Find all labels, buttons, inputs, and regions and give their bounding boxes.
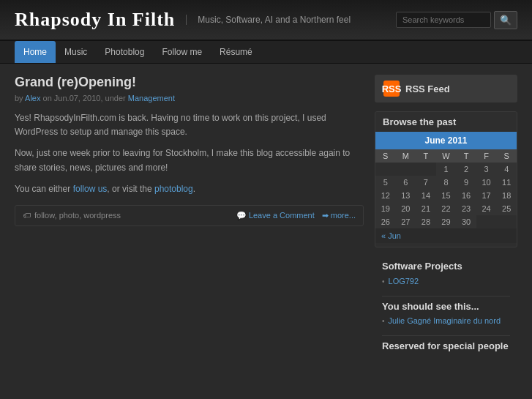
photoblog-link[interactable]: photoblog	[154, 184, 193, 194]
rss-widget[interactable]: RSS RSS Feed	[375, 75, 517, 102]
calendar-day[interactable]: 18	[496, 189, 517, 202]
post-paragraph-1: Yes! RhapsodyInFilth.com is back. Having…	[15, 111, 364, 139]
calendar-day[interactable]: 1	[436, 163, 457, 176]
software-projects-widget: Software Projects • LOG792	[375, 256, 517, 293]
calendar-day[interactable]: 11	[496, 176, 517, 189]
content-area: Grand (re)Opening! by Alex on Jun.07, 20…	[0, 64, 532, 371]
leave-comment-link[interactable]: 💬 Leave a Comment	[236, 211, 315, 220]
site-header: Rhapsody In Filth Music, Software, AI an…	[0, 0, 532, 41]
nav-item-photoblog[interactable]: Photoblog	[96, 41, 153, 63]
calendar-day[interactable]: 6	[396, 176, 416, 189]
calendar-nav: « Jun	[375, 228, 517, 243]
calendar-day[interactable]: 21	[416, 202, 436, 215]
calendar-day	[496, 215, 517, 228]
day-header-m: M	[396, 149, 416, 163]
rss-icon: RSS	[383, 81, 400, 97]
day-header-w: W	[436, 149, 457, 163]
calendar-day[interactable]: 3	[476, 163, 497, 176]
calendar-day[interactable]: 13	[396, 189, 416, 202]
arrow-icon: ➡	[322, 211, 329, 220]
calendar-day[interactable]: 10	[476, 176, 497, 189]
post-category-link[interactable]: Management	[128, 94, 175, 102]
calendar-day[interactable]: 25	[496, 202, 517, 215]
bullet-icon: •	[382, 277, 385, 286]
calendar-day[interactable]: 4	[496, 163, 517, 176]
see-this-title: You should see this...	[382, 296, 510, 315]
calendar-day	[416, 163, 436, 176]
software-title: Software Projects	[382, 261, 510, 272]
software-item-log792: • LOG792	[382, 275, 510, 287]
calendar-day[interactable]: 28	[416, 215, 436, 228]
calendar-day[interactable]: 22	[436, 202, 457, 215]
calendar-week: 19202122232425	[375, 202, 517, 215]
log792-link[interactable]: LOG792	[389, 277, 419, 286]
calendar-day[interactable]: 14	[416, 189, 436, 202]
calendar-day[interactable]: 17	[476, 189, 497, 202]
day-header-s2: S	[496, 149, 517, 163]
calendar-prev-link[interactable]: « Jun	[381, 231, 401, 240]
post-actions: 💬 Leave a Comment ➡ more...	[236, 211, 356, 220]
calendar-day[interactable]: 20	[396, 202, 416, 215]
see-item-julie: • Julie Gagné Imaginaire du nord	[382, 315, 510, 327]
calendar-day[interactable]: 15	[436, 189, 457, 202]
see-this-widget: You should see this... • Julie Gagné Ima…	[375, 296, 517, 332]
comment-icon: 💬	[236, 211, 247, 220]
post-tags-text: follow, photo, wordpress	[34, 211, 121, 220]
calendar-week: 1234	[375, 163, 517, 176]
calendar-day[interactable]: 7	[416, 176, 436, 189]
nav-item-resume[interactable]: Résumé	[211, 41, 261, 63]
site-title[interactable]: Rhapsody In Filth	[15, 9, 175, 31]
post-title: Grand (re)Opening!	[15, 75, 364, 90]
nav-item-music[interactable]: Music	[56, 41, 96, 63]
day-header-s1: S	[375, 149, 396, 163]
day-header-t2: T	[456, 149, 476, 163]
nav-item-followme[interactable]: Follow me	[153, 41, 211, 63]
calendar-day[interactable]: 2	[456, 163, 476, 176]
search-input[interactable]	[396, 12, 491, 28]
calendar-widget: Browse the past June 2011 S M T W T F S	[375, 111, 517, 247]
calendar-days-header: S M T W T F S	[375, 149, 517, 163]
search-button[interactable]: 🔍	[494, 11, 517, 29]
calendar-day[interactable]: 16	[456, 189, 476, 202]
site-tagline: Music, Software, AI and a Northern feel	[186, 15, 351, 25]
calendar-day[interactable]: 12	[375, 189, 396, 202]
reserved-widget: Reserved for special people	[375, 335, 517, 360]
calendar-grid: S M T W T F S 12345678910111213141516171…	[375, 149, 517, 228]
navigation-bar: Home Music Photoblog Follow me Résumé	[0, 41, 532, 64]
post-author-link[interactable]: Alex	[25, 94, 40, 102]
sidebar: RSS RSS Feed Browse the past June 2011 S…	[375, 75, 517, 360]
post-paragraph-2: Now, just one week prior to leaving for …	[15, 146, 364, 174]
calendar-day[interactable]: 26	[375, 215, 396, 228]
calendar-container: June 2011 S M T W T F S	[375, 132, 517, 247]
calendar-week: 2627282930	[375, 215, 517, 228]
calendar-day[interactable]: 29	[436, 215, 457, 228]
more-link-text: more...	[331, 211, 356, 220]
main-content: Grand (re)Opening! by Alex on Jun.07, 20…	[15, 75, 364, 360]
calendar-day[interactable]: 27	[396, 215, 416, 228]
calendar-day	[396, 163, 416, 176]
post-footer: 🏷 follow, photo, wordpress 💬 Leave a Com…	[15, 205, 364, 226]
calendar-day[interactable]: 23	[456, 202, 476, 215]
julie-link[interactable]: Julie Gagné Imaginaire du nord	[389, 316, 501, 325]
tag-icon: 🏷	[23, 211, 31, 220]
calendar-week: 12131415161718	[375, 189, 517, 202]
post-meta: by Alex on Jun.07, 2010, under Managemen…	[15, 94, 364, 102]
post-body: Yes! RhapsodyInFilth.com is back. Having…	[15, 111, 364, 196]
bullet-icon-2: •	[382, 317, 385, 325]
calendar-day[interactable]: 24	[476, 202, 497, 215]
post-paragraph-3: You can either follow us, or visit the p…	[15, 182, 364, 196]
day-header-f: F	[476, 149, 497, 163]
calendar-day[interactable]: 30	[456, 215, 476, 228]
calendar-day[interactable]: 5	[375, 176, 396, 189]
calendar-day	[476, 215, 497, 228]
search-area: 🔍	[396, 11, 517, 29]
reserved-title: Reserved for special people	[382, 335, 510, 354]
post-meta-text: on Jun.07, 2010, under	[43, 94, 128, 102]
calendar-day[interactable]: 9	[456, 176, 476, 189]
rss-label: RSS Feed	[405, 83, 450, 94]
nav-item-home[interactable]: Home	[15, 41, 56, 63]
calendar-day[interactable]: 19	[375, 202, 396, 215]
more-link[interactable]: ➡ more...	[322, 211, 356, 220]
follow-link[interactable]: follow us	[73, 184, 108, 194]
calendar-day[interactable]: 8	[436, 176, 457, 189]
